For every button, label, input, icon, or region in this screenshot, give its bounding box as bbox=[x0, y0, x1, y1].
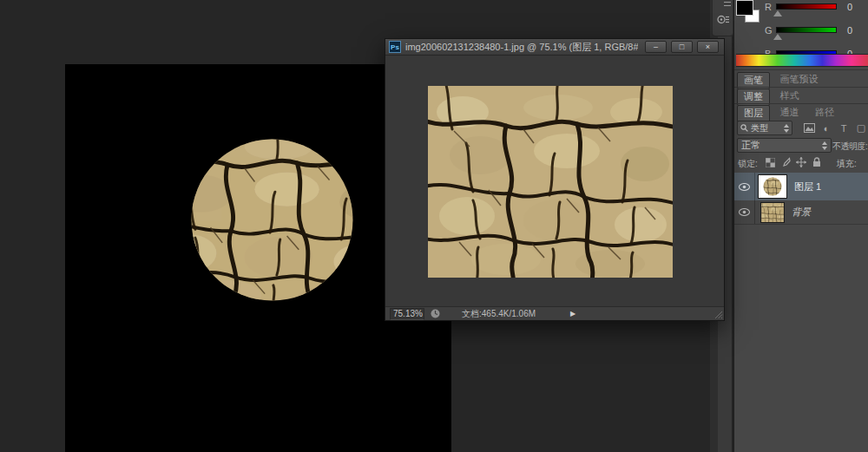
green-value: 0 bbox=[838, 25, 852, 36]
eye-icon bbox=[739, 208, 750, 216]
foreground-color-swatch[interactable] bbox=[736, 0, 753, 16]
visibility-toggle[interactable] bbox=[734, 200, 755, 224]
filter-pixel-layers-icon[interactable] bbox=[802, 121, 816, 134]
chevron-updown-icon bbox=[822, 141, 827, 150]
layer-row-layer1[interactable]: 图层 1 bbox=[734, 173, 868, 200]
layer1-thumbnail[interactable] bbox=[758, 174, 787, 199]
filter-shape-layers-icon[interactable]: ▢ bbox=[854, 121, 868, 134]
lock-label: 锁定: bbox=[738, 158, 758, 170]
dock-top-panel[interactable] bbox=[712, 0, 733, 36]
blend-mode-select[interactable]: 正常 bbox=[737, 138, 832, 153]
divider bbox=[734, 87, 868, 88]
document-size-info: 文档:465.4K/1.06M bbox=[462, 308, 536, 320]
lock-position-move-icon[interactable] bbox=[795, 156, 807, 168]
opacity-label: 不透明度: bbox=[832, 141, 867, 153]
lock-all-padlock-icon[interactable] bbox=[811, 156, 823, 168]
chevron-updown-icon bbox=[784, 124, 789, 133]
photoshop-workspace: R 0 G 0 B 0 画笔 画笔预设 调整 样式 图层 通道 路径 bbox=[0, 0, 868, 452]
divider bbox=[734, 69, 868, 70]
panel-menu-icon[interactable] bbox=[724, 2, 731, 6]
clock-scrub-icon bbox=[431, 309, 440, 318]
clone-source-icon[interactable] bbox=[717, 14, 730, 25]
eye-icon bbox=[739, 183, 750, 191]
background-thumbnail[interactable] bbox=[760, 202, 785, 223]
panel-group: R 0 G 0 B 0 画笔 画笔预设 调整 样式 图层 通道 路径 bbox=[733, 0, 868, 452]
maximize-button[interactable]: □ bbox=[671, 41, 693, 53]
layer-name[interactable]: 图层 1 bbox=[794, 180, 821, 193]
lock-transparency-icon[interactable] bbox=[764, 156, 776, 168]
tab-styles[interactable]: 样式 bbox=[773, 88, 805, 104]
red-slider-thumb[interactable] bbox=[773, 10, 782, 16]
tab-channels[interactable]: 通道 bbox=[773, 105, 805, 121]
green-slider-thumb[interactable] bbox=[773, 34, 782, 40]
color-spectrum-ramp[interactable] bbox=[736, 54, 868, 67]
minimize-button[interactable]: – bbox=[645, 41, 667, 53]
filter-type-layers-icon[interactable]: T bbox=[837, 121, 851, 134]
red-value: 0 bbox=[838, 2, 852, 12]
blend-mode-value: 正常 bbox=[741, 139, 822, 152]
document-image[interactable] bbox=[428, 86, 673, 278]
green-slider[interactable] bbox=[776, 27, 837, 33]
status-options-arrow-icon[interactable]: ▶ bbox=[570, 310, 575, 318]
layer-name[interactable]: 背景 bbox=[792, 206, 811, 219]
divider bbox=[734, 103, 868, 104]
red-slider[interactable] bbox=[776, 3, 837, 10]
zoom-level-field[interactable]: 75.13% bbox=[390, 308, 424, 320]
circular-texture-selection[interactable] bbox=[190, 138, 354, 302]
tab-brush-presets[interactable]: 画笔预设 bbox=[773, 72, 824, 88]
window-status-bar: 75.13% 文档:465.4K/1.06M ▶ bbox=[385, 306, 724, 320]
tab-layers[interactable]: 图层 bbox=[737, 105, 770, 122]
lock-pixels-brush-icon[interactable] bbox=[779, 156, 792, 168]
close-button[interactable]: × bbox=[697, 41, 719, 53]
resize-grip[interactable] bbox=[714, 311, 723, 319]
filter-adjustment-layers-icon[interactable]: ◐ bbox=[819, 121, 833, 134]
filter-kind-label: 类型 bbox=[751, 122, 784, 134]
search-icon bbox=[740, 124, 748, 132]
photoshop-file-icon: Ps bbox=[389, 41, 401, 53]
window-title-bar[interactable]: Ps img200602131238480-1.jpg @ 75.1% (图层 … bbox=[385, 39, 724, 56]
fill-label: 填充: bbox=[837, 158, 857, 170]
layer-row-background[interactable]: 背景 bbox=[734, 200, 868, 225]
layer-filter-kind-select[interactable]: 类型 bbox=[737, 121, 792, 135]
document-window: Ps img200602131238480-1.jpg @ 75.1% (图层 … bbox=[385, 38, 725, 321]
window-title: img200602131238480-1.jpg @ 75.1% (图层 1, … bbox=[405, 41, 638, 54]
tab-paths[interactable]: 路径 bbox=[809, 105, 840, 121]
visibility-toggle[interactable] bbox=[734, 173, 755, 200]
